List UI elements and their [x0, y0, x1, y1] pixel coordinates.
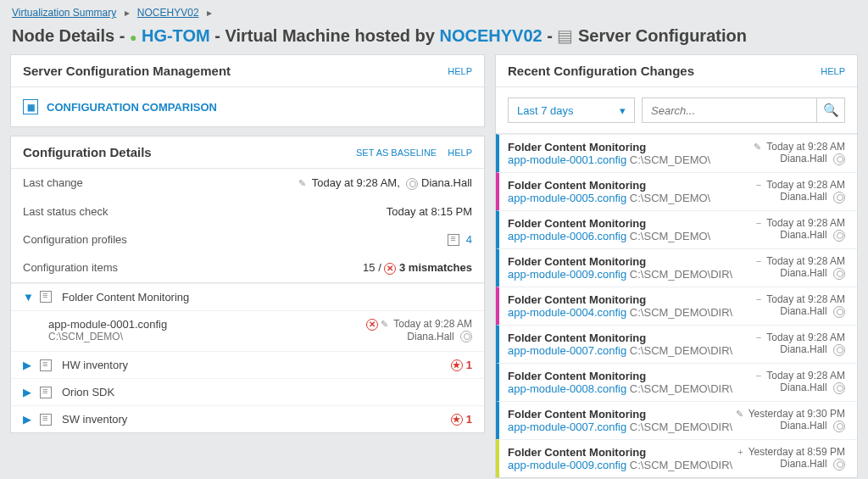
search-icon: 🔍	[823, 103, 839, 117]
change-time: Today at 9:28 AM	[766, 217, 845, 229]
change-path: C:\SCM_DEMO\DIR\	[630, 459, 732, 471]
change-path: C:\SCM_DEMO\DIR\	[630, 344, 732, 357]
change-file-link[interactable]: app-module-0007.config	[508, 421, 626, 433]
change-item[interactable]: Folder Content Monitoringapp-module-0009…	[496, 248, 857, 287]
change-item[interactable]: Folder Content Monitoringapp-module-0009…	[496, 439, 857, 477]
chevron-right-icon: ▸	[207, 7, 212, 19]
user-icon	[833, 421, 845, 432]
change-item[interactable]: Folder Content Monitoringapp-module-0006…	[496, 210, 857, 248]
change-path: C:\SCM_DEMO\DIR\	[630, 421, 732, 433]
change-title: Folder Content Monitoring	[508, 255, 732, 268]
change-path: C:\SCM_DEMO\DIR\	[630, 268, 732, 281]
panel-recent-changes: Recent Configuration Changes HELP Last 7…	[495, 54, 858, 478]
user-icon	[406, 178, 418, 190]
change-item[interactable]: Folder Content Monitoringapp-module-0008…	[496, 363, 857, 401]
user-icon	[833, 268, 845, 280]
change-file-link[interactable]: app-module-0004.config	[508, 306, 626, 319]
row-last-status: Last status check Today at 8:15 PM	[11, 198, 484, 226]
tree-child-item[interactable]: app-module-0001.config C:\SCM_DEMO\ ✕ ✎ …	[11, 310, 484, 352]
change-user: Diana.Hall	[780, 458, 826, 470]
change-item[interactable]: Folder Content Monitoringapp-module-0004…	[496, 287, 857, 325]
change-user: Diana.Hall	[780, 153, 826, 164]
help-link[interactable]: HELP	[448, 148, 472, 158]
change-file-link[interactable]: app-module-0006.config	[508, 230, 626, 242]
profile-icon	[40, 291, 52, 303]
change-item[interactable]: Folder Content Monitoringapp-module-0001…	[496, 134, 857, 172]
panel-scm-title: Server Configuration Management	[23, 64, 231, 78]
configuration-comparison-button[interactable]: ▦ CONFIGURATION COMPARISON	[11, 87, 484, 126]
caret-right-icon[interactable]: ▶	[23, 359, 33, 371]
tree-sw-inventory[interactable]: ▶ SW inventory ★1	[11, 405, 484, 432]
caret-right-icon[interactable]: ▶	[23, 413, 33, 426]
row-items: Configuration items 15 / ✕ 3 mismatches	[11, 253, 484, 282]
chevron-down-icon: ▾	[620, 104, 626, 117]
panel-scm: Server Configuration Management HELP ▦ C…	[10, 54, 485, 127]
panel-changes-title: Recent Configuration Changes	[508, 64, 694, 78]
change-time: Today at 9:28 AM	[766, 179, 845, 191]
breadcrumb-node[interactable]: NOCEHYV02	[137, 7, 199, 19]
hypervisor-name[interactable]: NOCEHYV02	[440, 26, 542, 45]
tree-hw-inventory[interactable]: ▶ HW inventory ★1	[11, 351, 484, 378]
user-icon	[833, 153, 845, 165]
search-button[interactable]: 🔍	[816, 97, 845, 123]
change-time: Today at 9:28 AM	[766, 255, 845, 267]
change-time: Today at 9:28 AM	[766, 293, 845, 305]
change-type-icon: ✎	[754, 142, 761, 152]
change-user: Diana.Hall	[780, 229, 826, 241]
profile-icon	[40, 387, 52, 398]
change-user: Diana.Hall	[780, 382, 826, 393]
change-time: Today at 9:28 AM	[766, 141, 845, 153]
user-icon	[833, 382, 845, 394]
change-type-icon: −	[756, 180, 761, 190]
panel-config-details: Configuration Details SET AS BASELINE HE…	[10, 136, 485, 433]
profiles-link[interactable]: 4	[466, 233, 472, 246]
help-link[interactable]: HELP	[448, 66, 472, 76]
change-item[interactable]: Folder Content Monitoringapp-module-0005…	[496, 172, 857, 210]
change-time: Yesterday at 8:59 PM	[748, 446, 845, 458]
profile-icon	[40, 414, 52, 426]
change-title: Folder Content Monitoring	[508, 217, 710, 230]
tree-orion-sdk[interactable]: ▶ Orion SDK	[11, 378, 484, 405]
chevron-right-icon: ▸	[125, 7, 130, 19]
user-icon	[460, 331, 472, 343]
change-type-icon: −	[756, 294, 761, 304]
change-user: Diana.Hall	[780, 191, 826, 203]
profile-icon	[448, 234, 459, 246]
change-type-icon: −	[756, 218, 761, 228]
caret-right-icon[interactable]: ▶	[23, 386, 33, 398]
breadcrumb: Virtualization Summary ▸ NOCEHYV02 ▸	[0, 0, 868, 22]
change-item[interactable]: Folder Content Monitoringapp-module-0007…	[496, 401, 857, 439]
change-type-icon: −	[756, 256, 761, 266]
change-user: Diana.Hall	[780, 267, 826, 279]
page-title: Node Details - ● HG-TOM - Virtual Machin…	[0, 22, 868, 54]
change-item[interactable]: Folder Content Monitoringapp-module-0007…	[496, 325, 857, 363]
change-type-icon: −	[756, 370, 761, 381]
mismatch-icon: ✕	[366, 319, 378, 331]
help-link[interactable]: HELP	[821, 66, 845, 76]
server-config-icon: ▤	[557, 26, 573, 45]
mismatch-icon: ✕	[384, 263, 396, 275]
change-title: Folder Content Monitoring	[508, 293, 732, 306]
node-name[interactable]: HG-TOM	[142, 26, 210, 45]
change-file-link[interactable]: app-module-0009.config	[508, 459, 626, 471]
change-path: C:\SCM_DEMO\	[630, 192, 710, 204]
tree-folder-content[interactable]: ▼ Folder Content Monitoring	[11, 283, 484, 310]
search-input[interactable]	[642, 97, 816, 123]
change-file-link[interactable]: app-module-0001.config	[508, 153, 626, 166]
set-baseline-link[interactable]: SET AS BASELINE	[356, 148, 437, 158]
user-icon	[833, 459, 845, 471]
change-type-icon: +	[737, 447, 743, 457]
change-file-link[interactable]: app-module-0008.config	[508, 382, 626, 395]
change-file-link[interactable]: app-module-0005.config	[508, 192, 626, 204]
change-time: Yesterday at 9:30 PM	[748, 408, 845, 420]
change-user: Diana.Hall	[780, 420, 826, 432]
change-file-link[interactable]: app-module-0009.config	[508, 268, 626, 281]
change-type-icon: −	[756, 332, 761, 343]
time-range-select[interactable]: Last 7 days ▾	[508, 97, 635, 123]
user-icon	[833, 192, 845, 203]
breadcrumb-root[interactable]: Virtualization Summary	[12, 7, 116, 19]
change-file-link[interactable]: app-module-0007.config	[508, 344, 626, 357]
edit-icon: ✎	[298, 178, 306, 188]
caret-down-icon[interactable]: ▼	[23, 291, 33, 304]
badge-icon: ★	[451, 359, 463, 371]
